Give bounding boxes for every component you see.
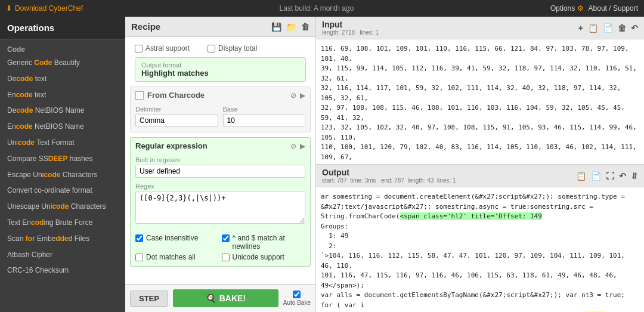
sidebar-item-unicode-text-format[interactable]: Unicode Text Format xyxy=(0,135,125,151)
sidebar-item-encode-netbios[interactable]: Encode NetBIOS Name xyxy=(0,119,125,135)
input-copy-icon[interactable]: 📋 xyxy=(588,23,598,33)
delete-icon[interactable]: 🗑 xyxy=(301,22,309,32)
input-header-icons: + 📋 📄 🗑 ↶ xyxy=(578,23,638,33)
output-undo-icon[interactable]: ↶ xyxy=(619,171,626,181)
regex-area: Regex ([0-9]{2,3}(,|\s|))+ xyxy=(135,183,305,225)
sidebar-title: Operations xyxy=(0,17,125,39)
case-insensitive-cell: Case insensitive xyxy=(135,234,219,251)
sidebar-item-decode-netbios[interactable]: Decode NetBIOS Name xyxy=(0,103,125,119)
options-link[interactable]: Options ⚙ xyxy=(550,4,584,13)
bake-button[interactable]: 🍳 BAKE! xyxy=(173,289,278,307)
sidebar-item-convert-coordinate[interactable]: Convert co-ordinate format xyxy=(0,183,125,199)
output-header-icons: 📋 📄 ⛶ ↶ ⥯ xyxy=(576,171,638,181)
from-charcode-header: From Charcode ⊘ ▶ xyxy=(131,87,310,103)
sidebar-item-crc16-checksum[interactable]: CRC-16 Checksum xyxy=(0,262,125,279)
sidebar-item-compare-ssdeep[interactable]: Compare SSDEEP hashes xyxy=(0,151,125,167)
about-link[interactable]: About / Support xyxy=(589,4,638,13)
display-total-label: Display total xyxy=(218,44,257,52)
sidebar-item-atbash-cipher[interactable]: Atbash Cipher xyxy=(0,247,125,263)
dot-matches-all-label: Dot matches all xyxy=(146,253,196,261)
output-header-left: Output start: 787 time: 3ms end: 787 len… xyxy=(322,168,456,184)
save-icon[interactable]: 💾 xyxy=(271,22,281,32)
download-label[interactable]: Download CyberChef xyxy=(15,4,83,13)
from-charcode-item: From Charcode ⊘ ▶ Delimiter Base xyxy=(130,87,311,132)
caret-dollar-cell: ^ and $ match at newlines xyxy=(222,234,306,251)
gear-icon: ⚙ xyxy=(577,4,584,13)
display-total-checkbox[interactable] xyxy=(208,45,215,52)
output-format-label: Output format xyxy=(141,61,299,69)
output-content[interactable]: ar somestring = document.createElement(&… xyxy=(316,187,644,312)
sidebar-item-escape-unicode[interactable]: Escape Unicode Characters xyxy=(0,167,125,183)
astral-row: Astral support Display total xyxy=(130,42,311,55)
base-label: Base xyxy=(223,106,306,113)
delimiter-input[interactable] xyxy=(135,114,218,127)
auto-bake-label: Auto Bake xyxy=(283,299,311,306)
regex-textarea[interactable]: ([0-9]{2,3}(,|\s|))+ xyxy=(135,191,305,224)
dot-matches-all-cell: Dot matches all xyxy=(135,253,219,261)
regex-header-icons: ⊘ ▶ xyxy=(290,142,305,150)
collapse-icon[interactable]: ▶ xyxy=(300,91,305,100)
output-format-box: Output format Highlight matches xyxy=(135,57,306,82)
recipe-bottom-bar: STEP 🍳 BAKE! Auto Bake xyxy=(125,284,315,312)
output-save-icon[interactable]: 📄 xyxy=(591,171,601,181)
sidebar-item-unescape-unicode[interactable]: Unescape Unicode Characters xyxy=(0,199,125,215)
sidebar-item-decode-text[interactable]: Decode text xyxy=(0,71,125,87)
output-redo-icon[interactable]: ⥯ xyxy=(631,171,638,181)
astral-support-cell: Astral support xyxy=(135,44,190,52)
delimiter-label: Delimiter xyxy=(135,106,218,113)
base-input[interactable] xyxy=(223,114,306,127)
sidebar: Operations Code Generic Code Beautify De… xyxy=(0,17,125,312)
download-link[interactable]: ⬇ Download CyberChef xyxy=(6,4,83,13)
regex-label: Regex xyxy=(135,183,305,190)
disable-icon[interactable]: ⊘ xyxy=(290,91,296,100)
download-icon: ⬇ xyxy=(6,4,12,13)
output-copy-icon[interactable]: 📋 xyxy=(576,171,586,181)
input-header-left: Input length: 2718 lines: 1 xyxy=(322,20,379,36)
case-insensitive-label: Case insensitive xyxy=(146,234,198,242)
from-charcode-fields: Delimiter Base xyxy=(135,106,305,127)
sidebar-section-code: Code xyxy=(0,42,125,55)
from-charcode-icons: ⊘ ▶ xyxy=(290,91,305,100)
unicode-support-checkbox[interactable] xyxy=(222,254,230,261)
base-field: Base xyxy=(223,106,306,127)
from-charcode-checkbox[interactable] xyxy=(135,91,144,100)
from-charcode-title: From Charcode xyxy=(147,91,287,100)
output-expand-icon[interactable]: ⛶ xyxy=(606,171,614,181)
display-total-cell: Display total xyxy=(208,44,257,52)
regex-header: Regular expression ⊘ ▶ xyxy=(131,138,310,154)
input-delete-icon[interactable]: 🗑 xyxy=(618,23,626,33)
built-in-label: Built in regexes xyxy=(135,156,305,163)
input-plus-icon[interactable]: + xyxy=(578,23,583,33)
bake-icon: 🍳 xyxy=(206,294,216,303)
regex-collapse-icon[interactable]: ▶ xyxy=(300,142,305,150)
recipe-header: Recipe 💾 📁 🗑 xyxy=(125,17,315,37)
bake-label: BAKE! xyxy=(219,294,246,303)
input-title: Input xyxy=(322,20,379,29)
step-button[interactable]: STEP xyxy=(130,291,168,307)
right-panels: Input length: 2718 lines: 1 + 📋 📄 🗑 ↶ 11… xyxy=(316,17,644,312)
recipe-title: Recipe xyxy=(131,21,160,32)
regex-disable-icon[interactable]: ⊘ xyxy=(290,142,296,150)
output-title: Output xyxy=(322,168,456,177)
astral-support-checkbox[interactable] xyxy=(135,45,143,52)
case-insensitive-checkbox[interactable] xyxy=(135,234,143,242)
input-panel: Input length: 2718 lines: 1 + 📋 📄 🗑 ↶ 11… xyxy=(316,17,644,164)
sidebar-item-scan-for-embedded[interactable]: Scan for Embedded Files xyxy=(0,231,125,247)
dot-matches-all-checkbox[interactable] xyxy=(135,254,143,261)
output-format-value: Highlight matches xyxy=(141,69,299,78)
built-in-regexes-field: Built in regexes xyxy=(135,156,305,178)
regex-item: Regular expression ⊘ ▶ Built in regexes … xyxy=(130,137,311,267)
sidebar-item-generic-code-beautify[interactable]: Generic Code Beautify xyxy=(0,55,125,71)
input-paste-icon[interactable]: 📄 xyxy=(603,23,613,33)
input-header: Input length: 2718 lines: 1 + 📋 📄 🗑 ↶ xyxy=(316,17,644,39)
input-undo-icon[interactable]: ↶ xyxy=(631,23,638,33)
built-in-input[interactable] xyxy=(135,165,305,178)
unicode-support-label: Unicode support xyxy=(233,253,284,261)
caret-dollar-checkbox[interactable] xyxy=(222,234,230,242)
load-icon[interactable]: 📁 xyxy=(286,22,296,32)
auto-bake-checkbox[interactable] xyxy=(293,291,301,298)
input-content[interactable]: 116, 69, 108, 101, 109, 101, 110, 116, 1… xyxy=(316,39,644,164)
caret-dollar-label: ^ and $ match at newlines xyxy=(233,234,306,251)
sidebar-item-text-encoding-brute[interactable]: Text Encoding Brute Force xyxy=(0,215,125,231)
sidebar-item-encode-text[interactable]: Encode text xyxy=(0,87,125,103)
